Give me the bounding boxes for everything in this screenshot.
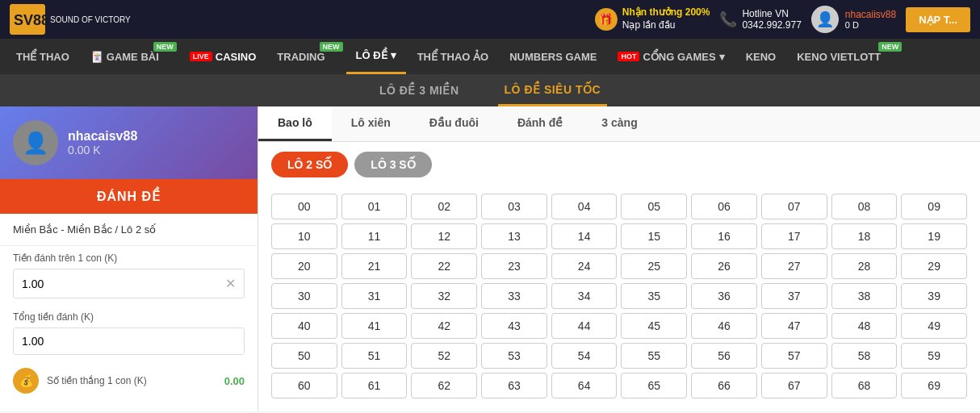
number-cell-47[interactable]: 47 <box>761 313 827 339</box>
number-cell-10[interactable]: 10 <box>271 223 337 249</box>
number-cell-65[interactable]: 65 <box>621 373 687 398</box>
nav-trading[interactable]: TRADING NEW <box>267 39 344 74</box>
number-cell-43[interactable]: 43 <box>481 313 547 339</box>
nav-lo-de[interactable]: LÔ ĐỀ ▾ <box>346 39 406 74</box>
number-cell-53[interactable]: 53 <box>481 343 547 369</box>
number-cell-42[interactable]: 42 <box>411 313 477 339</box>
number-cell-46[interactable]: 46 <box>691 313 757 339</box>
number-cell-68[interactable]: 68 <box>831 373 898 398</box>
sub-nav: LÔ ĐỀ 3 MIỀN LÔ ĐỀ SIÊU TỐC <box>0 74 980 106</box>
number-cell-21[interactable]: 21 <box>341 253 408 279</box>
number-cell-44[interactable]: 44 <box>551 313 618 339</box>
number-cell-08[interactable]: 08 <box>831 194 898 219</box>
tab-3-cang[interactable]: 3 càng <box>582 106 656 141</box>
number-cell-14[interactable]: 14 <box>551 223 618 249</box>
number-cell-29[interactable]: 29 <box>901 253 967 279</box>
number-cell-03[interactable]: 03 <box>481 194 547 219</box>
nap-button[interactable]: NẠP T... <box>906 7 970 32</box>
danh-de-button[interactable]: ĐÁNH ĐỀ <box>0 179 258 214</box>
number-cell-05[interactable]: 05 <box>621 194 687 219</box>
number-cell-00[interactable]: 00 <box>271 194 337 219</box>
number-cell-52[interactable]: 52 <box>411 343 477 369</box>
number-cell-39[interactable]: 39 <box>901 283 967 309</box>
number-cell-15[interactable]: 15 <box>621 223 687 249</box>
total-input[interactable] <box>14 328 244 354</box>
total-input-wrap <box>13 327 245 355</box>
number-cell-19[interactable]: 19 <box>901 223 967 249</box>
lo-2-so-button[interactable]: LÔ 2 SỐ <box>271 152 348 177</box>
lo-3-so-button[interactable]: LÔ 3 SỐ <box>354 152 431 177</box>
number-cell-61[interactable]: 61 <box>341 373 408 398</box>
number-cell-11[interactable]: 11 <box>341 223 408 249</box>
number-cell-31[interactable]: 31 <box>341 283 408 309</box>
number-cell-54[interactable]: 54 <box>551 343 618 369</box>
nav-the-thao[interactable]: THỂ THAO <box>6 39 79 74</box>
number-cell-07[interactable]: 07 <box>761 194 827 219</box>
number-cell-56[interactable]: 56 <box>691 343 757 369</box>
nav-the-thao-ao[interactable]: THỂ THAO ẢO <box>408 39 499 74</box>
number-cell-60[interactable]: 60 <box>271 373 337 398</box>
number-cell-66[interactable]: 66 <box>691 373 757 398</box>
number-cell-58[interactable]: 58 <box>831 343 898 369</box>
number-cell-23[interactable]: 23 <box>481 253 547 279</box>
nav-keno-vietlott[interactable]: KENO VIETLOTT NEW <box>787 39 903 74</box>
tab-danh-de[interactable]: Đánh đề <box>498 106 582 141</box>
number-cell-40[interactable]: 40 <box>271 313 337 339</box>
amount-input[interactable] <box>14 271 217 297</box>
number-cell-33[interactable]: 33 <box>481 283 547 309</box>
number-cell-69[interactable]: 69 <box>901 373 967 398</box>
tab-bao-lo[interactable]: Bao lô <box>258 106 332 141</box>
right-panel: Bao lô Lô xiên Đầu đuôi Đánh đề 3 càng L… <box>258 106 980 411</box>
number-cell-30[interactable]: 30 <box>271 283 337 309</box>
number-cell-37[interactable]: 37 <box>761 283 827 309</box>
number-cell-48[interactable]: 48 <box>831 313 898 339</box>
number-cell-04[interactable]: 04 <box>551 194 618 219</box>
number-cell-12[interactable]: 12 <box>411 223 477 249</box>
number-cell-62[interactable]: 62 <box>411 373 477 398</box>
number-cell-36[interactable]: 36 <box>691 283 757 309</box>
clear-icon[interactable]: ✕ <box>217 269 244 298</box>
number-cell-06[interactable]: 06 <box>691 194 757 219</box>
nav-game-bai[interactable]: 🃏 GAME BÀI NEW <box>81 39 178 74</box>
number-cell-13[interactable]: 13 <box>481 223 547 249</box>
number-cell-45[interactable]: 45 <box>621 313 687 339</box>
number-cell-26[interactable]: 26 <box>691 253 757 279</box>
number-cell-35[interactable]: 35 <box>621 283 687 309</box>
region-info: Miền Bắc - Miền Bắc / Lô 2 số <box>0 214 258 246</box>
number-cell-20[interactable]: 20 <box>271 253 337 279</box>
number-cell-34[interactable]: 34 <box>551 283 618 309</box>
number-cell-09[interactable]: 09 <box>901 194 967 219</box>
nav-keno[interactable]: KENO <box>736 39 786 74</box>
number-cell-24[interactable]: 24 <box>551 253 618 279</box>
sub-nav-lo-de-3-mien[interactable]: LÔ ĐỀ 3 MIỀN <box>373 74 466 106</box>
number-cell-18[interactable]: 18 <box>831 223 898 249</box>
number-cell-59[interactable]: 59 <box>901 343 967 369</box>
number-cell-50[interactable]: 50 <box>271 343 337 369</box>
number-cell-28[interactable]: 28 <box>831 253 898 279</box>
nav-casino[interactable]: LIVE CASINO <box>180 39 266 74</box>
nav-numbers-game[interactable]: NUMBERS GAME <box>500 39 606 74</box>
tab-lo-xien[interactable]: Lô xiên <box>332 106 410 141</box>
number-cell-02[interactable]: 02 <box>411 194 477 219</box>
number-cell-22[interactable]: 22 <box>411 253 477 279</box>
number-cell-27[interactable]: 27 <box>761 253 827 279</box>
number-cell-32[interactable]: 32 <box>411 283 477 309</box>
header-username[interactable]: nhacaiisv88 <box>845 9 896 20</box>
number-cell-16[interactable]: 16 <box>691 223 757 249</box>
number-cell-64[interactable]: 64 <box>551 373 618 398</box>
nav-cong-games[interactable]: HOT CỔNG GAMES ▾ <box>608 39 734 74</box>
number-cell-38[interactable]: 38 <box>831 283 898 309</box>
number-cell-49[interactable]: 49 <box>901 313 967 339</box>
number-cell-25[interactable]: 25 <box>621 253 687 279</box>
number-cell-51[interactable]: 51 <box>341 343 408 369</box>
number-cell-41[interactable]: 41 <box>341 313 408 339</box>
number-cell-63[interactable]: 63 <box>481 373 547 398</box>
number-cell-57[interactable]: 57 <box>761 343 827 369</box>
tab-dau-duoi[interactable]: Đầu đuôi <box>410 106 498 141</box>
number-cell-67[interactable]: 67 <box>761 373 827 398</box>
sub-nav-lo-de-sieu-toc[interactable]: LÔ ĐỀ SIÊU TỐC <box>498 74 608 106</box>
number-cell-17[interactable]: 17 <box>761 223 827 249</box>
logo-icon: SV88 <box>10 4 45 35</box>
number-cell-55[interactable]: 55 <box>621 343 687 369</box>
number-cell-01[interactable]: 01 <box>341 194 408 219</box>
